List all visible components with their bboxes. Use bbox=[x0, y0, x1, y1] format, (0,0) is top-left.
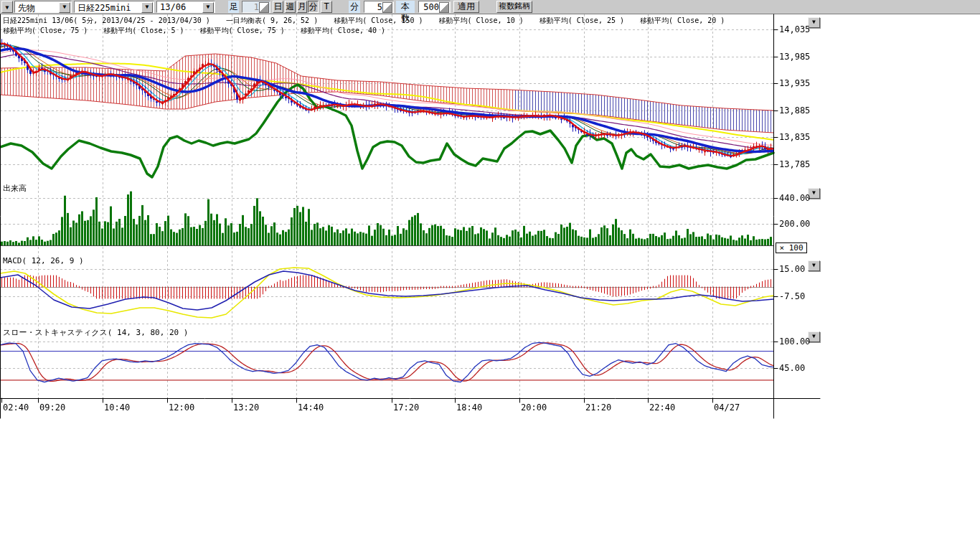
legend-item: 移動平均( Close, 20 ) bbox=[640, 16, 725, 26]
y-axis-label: -7.50 bbox=[779, 291, 805, 301]
macd-panel-label: MACD( 12, 26, 9 ) bbox=[3, 256, 84, 265]
y-axis-label: 15.00 bbox=[779, 264, 805, 274]
macd-panel-menu-button[interactable]: ▼ bbox=[808, 260, 820, 271]
x-axis-label: 04/27 bbox=[714, 402, 740, 413]
chevron-down-icon: ▼ bbox=[812, 333, 816, 339]
y-axis-label: 13,885 bbox=[779, 105, 810, 116]
chart-header-line2: 移動平均( Close, 75 )移動平均( Close, 5 )移動平均( C… bbox=[3, 26, 401, 36]
volume-panel-label: 出来高 bbox=[3, 183, 27, 194]
chevron-down-icon: ▼ bbox=[812, 19, 816, 25]
legend-item: 移動平均( Close, 5 ) bbox=[103, 26, 184, 36]
y-axis-label: 100.00 bbox=[779, 336, 810, 347]
chevron-down-icon: ▼ bbox=[812, 189, 816, 196]
chart-application-window: ▼ 先物 ▼ 日経225mini ▼ 13/06 ▼ 足 1 日 週 月 分 T… bbox=[0, 0, 980, 551]
legend-item: 日経225mini 13/06( 5分, 2013/04/25 - 2013/0… bbox=[3, 16, 210, 26]
y-axis-label: 13,785 bbox=[779, 159, 810, 169]
x-axis-label: 18:40 bbox=[456, 402, 482, 413]
chart-header-line1: 日経225mini 13/06( 5分, 2013/04/25 - 2013/0… bbox=[3, 16, 740, 26]
x-axis-label: 20:00 bbox=[521, 402, 547, 413]
legend-item: 移動平均( Close, 10 ) bbox=[438, 16, 523, 26]
volume-multiplier-badge: × 100 bbox=[776, 242, 807, 253]
legend-item: 移動平均( Close, 150 ) bbox=[334, 16, 423, 26]
y-axis-label: 14,035 bbox=[779, 24, 810, 34]
legend-item: 移動平均( Close, 25 ) bbox=[540, 16, 624, 26]
y-axis-label: 440.00 bbox=[779, 193, 810, 203]
x-axis-label: 13:20 bbox=[233, 402, 259, 413]
x-axis-label: 02:40 bbox=[3, 402, 29, 413]
y-axis-label: 45.00 bbox=[779, 363, 805, 373]
y-axis-label: 13,935 bbox=[779, 78, 810, 88]
x-axis-label: 14:40 bbox=[298, 402, 324, 413]
stochastics-panel-label: スロー・ストキャスティクス( 14, 3, 80, 20 ) bbox=[3, 327, 188, 338]
legend-item: 移動平均( Close, 75 ) bbox=[200, 26, 285, 36]
y-axis-label: 13,835 bbox=[779, 132, 810, 142]
legend-item: 一目均衡表( 9, 26, 52 ) bbox=[226, 16, 318, 26]
x-axis-label: 21:20 bbox=[585, 402, 611, 413]
chevron-down-icon: ▼ bbox=[812, 262, 816, 268]
y-axis-label: 13,985 bbox=[779, 52, 810, 62]
legend-item: 移動平均( Close, 75 ) bbox=[3, 26, 88, 36]
x-axis-label: 12:00 bbox=[169, 402, 194, 413]
y-axis-label: 200.00 bbox=[779, 219, 810, 229]
x-axis-label: 17:20 bbox=[393, 402, 419, 413]
chart-canvas[interactable] bbox=[0, 0, 980, 551]
legend-item: 移動平均( Close, 40 ) bbox=[301, 26, 385, 36]
x-axis-label: 10:40 bbox=[104, 402, 130, 413]
x-axis-label: 22:40 bbox=[649, 402, 675, 413]
x-axis-label: 09:20 bbox=[39, 402, 65, 413]
